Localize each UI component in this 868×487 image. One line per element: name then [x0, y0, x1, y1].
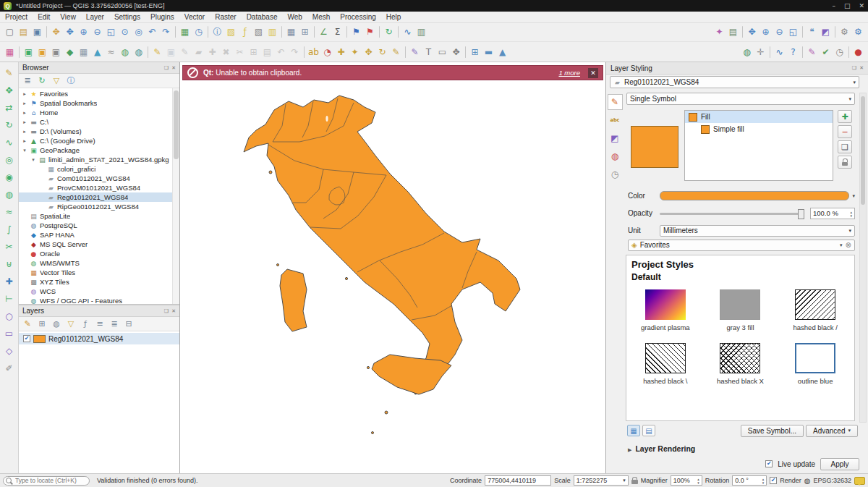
filter-by-expression-icon[interactable]: ƒ — [79, 318, 92, 330]
offset-curve-icon[interactable]: ≈ — [2, 205, 17, 219]
color-button[interactable] — [660, 191, 849, 200]
move-annotation-icon[interactable]: ✥ — [449, 45, 463, 59]
new-3d-map-icon[interactable]: ◩ — [819, 25, 833, 39]
tab-mask[interactable]: ◍ — [608, 148, 623, 164]
browser-item-wms[interactable]: WMS/WMTS — [19, 258, 179, 268]
menu-item[interactable]: Project — [0, 13, 33, 21]
map-canvas[interactable]: Qt: Unable to obtain clipboard. 1 more ✕ — [179, 62, 606, 473]
menu-item[interactable]: Plugins — [145, 13, 179, 21]
save-symbol-button[interactable]: Save Symbol... — [741, 425, 804, 437]
scale-combo[interactable]: 1:7252275 — [574, 475, 629, 486]
processing-history-icon[interactable]: ◷ — [833, 45, 846, 59]
pan-map-icon[interactable]: ✥ — [49, 25, 63, 39]
rotate-label-icon[interactable]: ↻ — [375, 45, 389, 59]
map-tips-icon[interactable]: ❝ — [805, 25, 819, 39]
temporal-controller-icon[interactable]: ◷ — [192, 25, 205, 39]
check-geometries-icon[interactable]: ✔ — [819, 45, 833, 59]
new-shapefile-layer-icon[interactable]: ▣ — [35, 45, 49, 59]
browser-item-favorites[interactable]: ▸ Favorites — [19, 89, 179, 98]
collapse-all-layers-icon[interactable]: ≣ — [108, 318, 121, 330]
pan-to-selected-icon[interactable]: ✥ — [745, 25, 759, 39]
render-checkbox[interactable] — [770, 477, 777, 484]
zoom-next-icon[interactable]: ↷ — [159, 25, 173, 39]
menu-item[interactable]: Layer — [81, 13, 109, 21]
reshape-features-icon[interactable]: ∫ — [2, 222, 17, 236]
tab-symbology[interactable]: ✎ — [608, 94, 623, 110]
icon-view-button[interactable]: ▦ — [627, 425, 640, 436]
zoom-to-selection-icon[interactable]: ⊙ — [118, 25, 132, 39]
browser-item-drive-c[interactable]: ▸ C:\ — [19, 117, 179, 127]
decoration-grid-icon[interactable]: ⊞ — [468, 45, 482, 59]
manage-map-themes-icon[interactable]: ◍ — [50, 318, 63, 330]
add-delimited-text-icon[interactable]: ≈ — [104, 45, 118, 59]
rotation-spinbox[interactable]: 0.0 ° — [732, 475, 767, 486]
menu-item[interactable]: Vector — [179, 13, 210, 21]
tab-3d-view[interactable]: ◩ — [608, 130, 623, 146]
annotations-icon[interactable]: ✎ — [805, 45, 819, 59]
pan-to-selection-icon[interactable]: ✥ — [63, 25, 77, 39]
add-mesh-layer-icon[interactable]: ▲ — [90, 45, 104, 59]
new-virtual-layer-icon[interactable]: ▣ — [49, 45, 63, 59]
add-polygon-feature-icon[interactable]: ▰ — [192, 45, 205, 59]
locator-search[interactable] — [3, 476, 90, 486]
add-vector-layer-icon[interactable]: ◆ — [63, 45, 77, 59]
menu-item[interactable]: View — [55, 13, 81, 21]
rotate-feature-icon[interactable]: ↻ — [2, 118, 17, 132]
trim-extend-icon[interactable]: ⊢ — [2, 292, 17, 305]
zoom-out-secondary-icon[interactable]: ⊖ — [773, 25, 786, 39]
delete-selected-icon[interactable]: ✖ — [219, 45, 233, 59]
browser-item-spatialite[interactable]: SpatiaLite — [19, 211, 179, 221]
close-message-icon[interactable]: ✕ — [588, 68, 598, 78]
browser-item-geopackage[interactable]: ▾ GeoPackage — [19, 145, 179, 155]
filter-legend-icon[interactable]: ▽ — [64, 318, 77, 330]
remove-layer-icon[interactable]: ⊟ — [122, 318, 135, 330]
simplify-feature-icon[interactable]: ∿ — [2, 135, 17, 149]
style-manager-icon[interactable]: ✦ — [712, 25, 726, 39]
new-project-icon[interactable]: ▢ — [3, 25, 17, 39]
zoom-out-icon[interactable]: ⊖ — [90, 25, 104, 39]
regular-polygon-tool-icon[interactable]: ◇ — [2, 344, 17, 357]
layer-rendering-section[interactable]: Layer Rendering — [628, 443, 695, 454]
browser-item-colori-grafici[interactable]: colori_grafici — [19, 164, 179, 174]
spin-down-icon[interactable] — [697, 480, 699, 484]
processing-toolbox-icon[interactable]: ⚙ — [851, 25, 865, 39]
open-layer-styling-icon[interactable]: ✎ — [21, 318, 34, 330]
browser-item-sap-hana[interactable]: SAP HANA — [19, 230, 179, 240]
browser-item-wfs[interactable]: WFS / OGC API - Features — [19, 296, 179, 304]
style-hashed-black-slash[interactable]: hashed black / — [778, 289, 853, 331]
browser-item-provcm[interactable]: ProvCM01012021_WGS84 — [19, 183, 179, 192]
add-group-icon[interactable]: ⊞ — [35, 318, 48, 330]
browser-item-reg[interactable]: Reg01012021_WGS84 — [19, 192, 179, 202]
show-bookmarks-icon[interactable]: ⚑ — [363, 25, 377, 39]
browser-item-gpkg-file[interactable]: ▾ limiti_admin_STAT_2021_WGS84.gpkg — [19, 155, 179, 164]
style-gradient-plasma[interactable]: gradient plasma — [628, 289, 703, 331]
menu-item[interactable]: Settings — [109, 13, 145, 21]
menu-item[interactable]: Mesh — [307, 13, 335, 21]
duplicate-symbol-layer-button[interactable]: ❏ — [838, 140, 852, 153]
close-panel-icon[interactable]: ✕ — [859, 65, 864, 71]
zoom-in-icon[interactable]: ⊕ — [77, 25, 90, 39]
highlight-labels-icon[interactable]: ✦ — [348, 45, 362, 59]
magnifier-spinbox[interactable]: 100% — [671, 475, 702, 486]
layout-manager-icon[interactable]: ▤ — [726, 25, 740, 39]
open-project-icon[interactable]: ▤ — [17, 25, 30, 39]
georeferencer-icon[interactable]: ✛ — [754, 45, 767, 59]
open-attribute-table-icon[interactable]: ▦ — [284, 25, 298, 39]
collapse-all-icon[interactable]: ≣ — [21, 75, 34, 87]
menu-item[interactable]: Processing — [335, 13, 380, 21]
cut-features-icon[interactable]: ✂ — [233, 45, 247, 59]
styling-layer-combo[interactable]: Reg01012021_WGS84 — [610, 76, 859, 88]
rectangle-tool-icon[interactable]: ▭ — [2, 326, 17, 340]
lock-scale-icon[interactable] — [631, 480, 638, 484]
browser-scrollbar[interactable] — [172, 88, 179, 304]
refresh-map-icon[interactable]: ↻ — [382, 25, 396, 39]
spin-down-icon[interactable] — [762, 480, 765, 484]
text-annotation-icon[interactable]: T — [422, 45, 435, 59]
symbol-tree-simple-fill[interactable]: Simple fill — [685, 123, 833, 135]
clear-filter-icon[interactable] — [846, 241, 851, 249]
layer-visibility-checkbox[interactable] — [23, 335, 30, 342]
zoom-full-icon[interactable]: ◱ — [104, 25, 118, 39]
scrollbar-thumb[interactable] — [861, 96, 865, 205]
layer-item[interactable]: Reg01012021_WGS84 — [19, 333, 179, 344]
new-annotation-layer-icon[interactable]: ✎ — [408, 45, 422, 59]
